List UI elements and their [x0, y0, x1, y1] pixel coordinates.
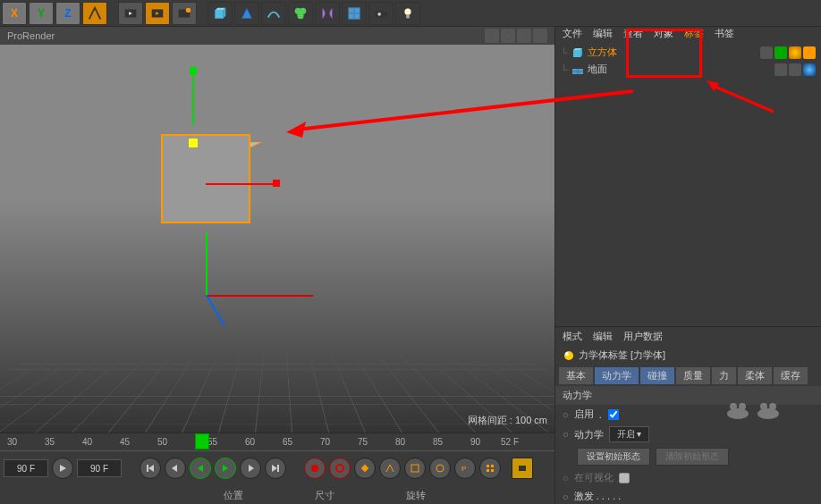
set-initial-button[interactable]: 设置初始形态	[577, 448, 650, 466]
tab-collision[interactable]: 碰撞	[640, 367, 674, 384]
clear-initial-button[interactable]: 清除初始形态	[656, 448, 729, 466]
attr-menu-userdata[interactable]: 用户数据	[623, 330, 663, 343]
viewport-opt-3-icon[interactable]	[517, 29, 531, 43]
tab-dynamics[interactable]: 动力学	[595, 367, 639, 384]
key-param-button[interactable]: P	[454, 458, 476, 479]
autokey-button[interactable]	[329, 458, 351, 479]
generator-button[interactable]	[288, 2, 313, 25]
visibility-tag-icon[interactable]	[774, 46, 787, 59]
visible-checkbox	[619, 473, 630, 483]
render-region-button[interactable]	[145, 2, 170, 25]
svg-marker-25	[223, 465, 228, 472]
cube-icon	[571, 46, 584, 59]
tree-item-cube[interactable]: └ 立方体	[559, 44, 817, 61]
tree-item-floor[interactable]: └ 地面	[559, 61, 817, 78]
axis-z-button[interactable]: Z	[55, 2, 80, 25]
prev-key-button[interactable]	[165, 458, 186, 479]
viewport-header: ProRender	[0, 27, 554, 45]
timeline-playhead[interactable]	[195, 433, 209, 449]
world-coord-button[interactable]	[82, 2, 107, 25]
svg-marker-22	[148, 465, 154, 472]
viewport-opt-1-icon[interactable]	[485, 29, 499, 43]
goto-frame-input[interactable]	[77, 459, 122, 477]
play-forward-button[interactable]	[215, 458, 236, 479]
prop-visible-only: ○ 在可视化	[555, 468, 821, 487]
play-small-button[interactable]	[52, 458, 73, 479]
svg-rect-28	[277, 465, 279, 472]
attribute-menu: 模式 编辑 用户数据	[555, 327, 821, 345]
rotation-label: 旋转	[406, 489, 426, 502]
nurbs-button[interactable]	[261, 2, 286, 25]
next-key-button[interactable]	[240, 458, 261, 479]
grid-spacing-label: 网格间距 : 100 cm	[468, 414, 547, 427]
render-button[interactable]	[118, 2, 143, 25]
key-pos-button[interactable]	[379, 458, 401, 479]
tab-cache[interactable]: 缓存	[774, 367, 808, 384]
light-button[interactable]	[395, 2, 420, 25]
cube-object[interactable]	[161, 134, 250, 223]
attr-menu-edit[interactable]: 编辑	[593, 330, 613, 343]
goto-end-button[interactable]	[265, 458, 286, 479]
extra-tag-icon[interactable]	[803, 46, 816, 59]
key-scale-button[interactable]	[404, 458, 426, 479]
layer-tag-icon[interactable]	[774, 63, 787, 76]
svg-rect-37	[487, 469, 489, 472]
obj-menu-tags[interactable]: 标签	[684, 27, 704, 40]
svg-rect-32	[411, 465, 419, 472]
current-frame-input[interactable]	[4, 459, 48, 477]
attr-title: 力学体标签 [力学体]	[555, 345, 821, 365]
obj-menu-view[interactable]: 查看	[623, 27, 643, 40]
svg-marker-20	[60, 465, 66, 472]
camera-button[interactable]	[368, 2, 394, 25]
svg-point-46	[564, 351, 573, 360]
tab-force[interactable]: 力	[712, 367, 736, 384]
record-button[interactable]	[304, 458, 326, 479]
svg-rect-39	[519, 466, 526, 471]
svg-point-47	[565, 352, 569, 356]
play-back-button[interactable]	[190, 458, 211, 479]
visibility-tag-icon[interactable]	[789, 63, 801, 76]
obj-menu-bookmark[interactable]: 书签	[715, 27, 734, 40]
svg-marker-27	[272, 465, 277, 472]
obj-menu-edit[interactable]: 编辑	[593, 27, 613, 40]
top-toolbar: X Y Z	[0, 0, 821, 27]
dynamics-tag-icon[interactable]	[789, 46, 801, 59]
timeline-ruler[interactable]: 30 35 40 45 50 52 55 60 65 70 75 80 85 9…	[0, 433, 554, 451]
viewport-opt-4-icon[interactable]	[533, 29, 547, 43]
axis-y-button[interactable]: Y	[29, 2, 54, 25]
prop-trigger: ○ 激发 . . . . .	[555, 487, 821, 504]
tab-basic[interactable]: 基本	[559, 367, 593, 384]
svg-point-29	[311, 465, 318, 472]
viewport-3d[interactable]: 网格间距 : 100 cm	[0, 45, 554, 433]
svg-point-30	[336, 465, 343, 472]
dynamics-tag-icon	[563, 349, 575, 362]
render-settings-button[interactable]	[172, 2, 197, 25]
axis-x-button[interactable]: X	[2, 2, 27, 25]
enable-checkbox[interactable]	[608, 409, 619, 420]
viewport-opt-2-icon[interactable]	[501, 29, 515, 43]
svg-rect-40	[573, 50, 580, 57]
filmstrip-button[interactable]	[512, 458, 533, 479]
attr-menu-mode[interactable]: 模式	[563, 330, 582, 343]
environment-button[interactable]	[342, 2, 367, 25]
svg-point-54	[727, 408, 749, 419]
tab-soft[interactable]: 柔体	[738, 367, 772, 384]
object-tree[interactable]: └ 立方体 └ 地面	[555, 40, 821, 326]
obj-menu-object[interactable]: 对象	[654, 27, 673, 40]
primitive-cube-button[interactable]	[207, 2, 233, 25]
obj-menu-file[interactable]: 文件	[563, 27, 582, 40]
dynamics-dropdown[interactable]: 开启 ▾	[609, 426, 650, 442]
pen-tool-button[interactable]	[234, 2, 259, 25]
svg-point-33	[436, 465, 444, 472]
keyframe-sel-button[interactable]	[354, 458, 376, 479]
tab-mass[interactable]: 质量	[676, 367, 710, 384]
deformer-button[interactable]	[315, 2, 340, 25]
key-rot-button[interactable]	[429, 458, 451, 479]
key-pla-button[interactable]	[479, 458, 501, 479]
layer-tag-icon[interactable]	[760, 46, 773, 59]
svg-point-11	[297, 13, 303, 19]
svg-rect-35	[487, 465, 489, 467]
watermark-icon	[724, 398, 787, 428]
collider-tag-icon[interactable]	[803, 63, 816, 76]
goto-start-button[interactable]	[140, 458, 161, 479]
